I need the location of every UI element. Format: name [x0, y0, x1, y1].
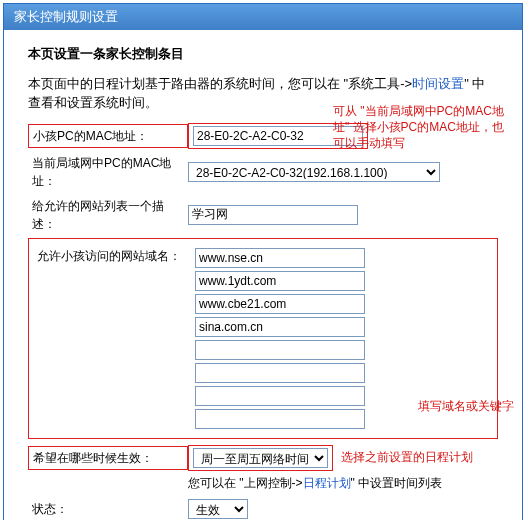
sched-tip-1: 您可以在 "上网控制->	[188, 476, 303, 490]
sched-tip-spacer	[28, 481, 188, 485]
domain-input-7[interactable]	[195, 409, 365, 429]
domain-input-4[interactable]	[195, 340, 365, 360]
annotation-mac: 可从 "当前局域网中PC的MAC地址" 选择小孩PC的MAC地址，也可以手动填写	[333, 103, 513, 152]
domain-input-1[interactable]	[195, 271, 365, 291]
row-sched-tip: 您可以在 "上网控制->日程计划" 中设置时间列表	[28, 474, 498, 492]
panel: 家长控制规则设置 本页设置一条家长控制条目 本页面中的日程计划基于路由器的系统时…	[3, 3, 523, 520]
time-settings-link[interactable]: 时间设置	[412, 76, 464, 91]
intro-heading: 本页设置一条家长控制条目	[28, 44, 498, 64]
sched-tip-2: " 中设置时间列表	[351, 476, 443, 490]
domain-input-3[interactable]	[195, 317, 365, 337]
annotation-domain: 填写域名或关键字	[418, 398, 526, 414]
row-desc: 给允许的网站列表一个描述：	[28, 195, 498, 235]
lan-mac-label: 当前局域网中PC的MAC地址：	[28, 152, 188, 192]
domain-label: 允许小孩访问的网站域名：	[33, 245, 189, 432]
row-sched: 希望在哪些时候生效： 周一至周五网络时间 选择之前设置的日程计划	[28, 445, 498, 471]
status-label: 状态：	[28, 498, 188, 520]
domain-block: 填写域名或关键字 允许小孩访问的网站域名：	[28, 238, 498, 439]
sched-select[interactable]: 周一至周五网络时间	[193, 448, 328, 468]
intro-text-1: 本页面中的日程计划基于路由器的系统时间，您可以在 "系统工具->	[28, 76, 412, 91]
domain-input-0[interactable]	[195, 248, 365, 268]
row-lan-mac: 当前局域网中PC的MAC地址： 28-E0-2C-A2-C0-32(192.16…	[28, 152, 498, 192]
desc-input[interactable]	[188, 205, 358, 225]
title-bar: 家长控制规则设置	[4, 4, 522, 30]
domain-input-2[interactable]	[195, 294, 365, 314]
sched-box: 周一至周五网络时间	[188, 445, 333, 471]
panel-body: 本页设置一条家长控制条目 本页面中的日程计划基于路由器的系统时间，您可以在 "系…	[4, 30, 522, 520]
annotation-sched: 选择之前设置的日程计划	[341, 449, 473, 465]
row-status: 状态： 生效	[28, 498, 498, 520]
status-select[interactable]: 生效	[188, 499, 248, 519]
mac-block: 可从 "当前局域网中PC的MAC地址" 选择小孩PC的MAC地址，也可以手动填写…	[28, 123, 498, 235]
sched-label: 希望在哪些时候生效：	[28, 446, 188, 470]
schedule-plan-link[interactable]: 日程计划	[303, 476, 351, 490]
domain-input-6[interactable]	[195, 386, 365, 406]
domain-input-5[interactable]	[195, 363, 365, 383]
sched-block: 希望在哪些时候生效： 周一至周五网络时间 选择之前设置的日程计划 您可以在 "上…	[28, 445, 498, 492]
lan-mac-select[interactable]: 28-E0-2C-A2-C0-32(192.168.1.100)	[188, 162, 440, 182]
desc-label: 给允许的网站列表一个描述：	[28, 195, 188, 235]
child-mac-label: 小孩PC的MAC地址：	[28, 124, 188, 148]
